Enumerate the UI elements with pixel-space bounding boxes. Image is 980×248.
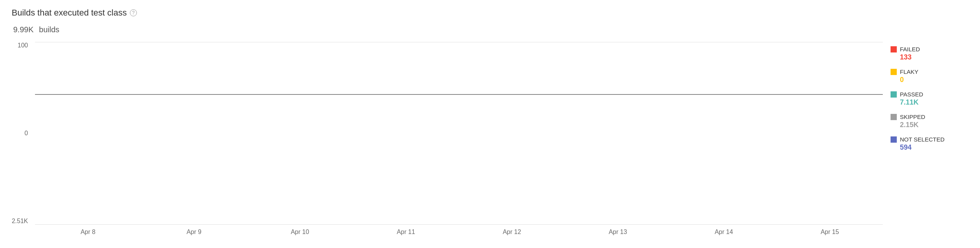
bar-group <box>565 42 671 225</box>
title-text: Builds that executed test class <box>12 8 127 18</box>
chart-title: Builds that executed test class ? <box>12 8 968 18</box>
legend-swatch-flaky <box>891 69 897 75</box>
legend-swatch-failed <box>891 46 897 52</box>
bars-row <box>35 42 883 225</box>
subtitle-value: 9.99K <box>13 25 33 34</box>
chart-area: 100 0 2.51K Apr 8Apr 9Apr 10Apr 11Apr 12… <box>12 42 891 240</box>
legend-label-row: SKIPPED <box>891 114 968 120</box>
legend-swatch-passed <box>891 91 897 98</box>
help-icon[interactable]: ? <box>130 9 137 16</box>
x-label: Apr 9 <box>141 225 247 240</box>
bar-group <box>141 42 247 225</box>
legend-item-skipped: SKIPPED 2.15K <box>891 114 968 129</box>
legend-label-row: NOT SELECTED <box>891 136 968 143</box>
legend-swatch-not-selected <box>891 136 897 143</box>
legend-count-flaky: 0 <box>900 76 968 84</box>
legend-label-row: FLAKY <box>891 68 968 75</box>
chart-body: 100 0 2.51K Apr 8Apr 9Apr 10Apr 11Apr 12… <box>12 42 968 240</box>
x-label: Apr 14 <box>671 225 777 240</box>
y-label-top: 100 <box>12 42 31 49</box>
legend-count-not-selected: 594 <box>900 143 968 152</box>
bar-group <box>459 42 565 225</box>
bar-group <box>777 42 883 225</box>
legend-label-skipped: SKIPPED <box>900 114 925 120</box>
bar-group <box>35 42 141 225</box>
x-labels: Apr 8Apr 9Apr 10Apr 11Apr 12Apr 13Apr 14… <box>35 225 883 240</box>
y-label-mid: 0 <box>12 130 31 137</box>
y-axis: 100 0 2.51K <box>12 42 31 225</box>
legend-item-passed: PASSED 7.11K <box>891 91 968 107</box>
x-label: Apr 13 <box>565 225 671 240</box>
legend-swatch-skipped <box>891 114 897 120</box>
legend-count-failed: 133 <box>900 53 968 61</box>
chart-subtitle: 9.99K builds <box>12 19 968 36</box>
legend-item-failed: FAILED 133 <box>891 46 968 61</box>
x-label: Apr 8 <box>35 225 141 240</box>
legend-label-passed: PASSED <box>900 91 923 98</box>
legend-label-not-selected: NOT SELECTED <box>900 136 945 143</box>
x-label: Apr 11 <box>353 225 459 240</box>
legend-label-failed: FAILED <box>900 46 920 52</box>
legend-label-row: FAILED <box>891 46 968 52</box>
legend: FAILED 133 FLAKY 0 PASSED 7.11K SKIPPED … <box>891 42 968 240</box>
legend-label-flaky: FLAKY <box>900 68 919 75</box>
legend-label-row: PASSED <box>891 91 968 98</box>
legend-item-flaky: FLAKY 0 <box>891 68 968 84</box>
chart-plot: Apr 8Apr 9Apr 10Apr 11Apr 12Apr 13Apr 14… <box>35 42 883 240</box>
y-label-bottom: 2.51K <box>12 218 31 225</box>
subtitle-unit: builds <box>39 25 59 34</box>
legend-count-passed: 7.11K <box>900 98 968 107</box>
x-label: Apr 12 <box>459 225 565 240</box>
bar-group <box>353 42 459 225</box>
legend-item-not-selected: NOT SELECTED 594 <box>891 136 968 152</box>
chart-container: Builds that executed test class ? 9.99K … <box>0 0 980 248</box>
bar-group <box>247 42 353 225</box>
bar-group <box>671 42 777 225</box>
legend-count-skipped: 2.15K <box>900 121 968 129</box>
x-label: Apr 10 <box>247 225 353 240</box>
x-label: Apr 15 <box>777 225 883 240</box>
